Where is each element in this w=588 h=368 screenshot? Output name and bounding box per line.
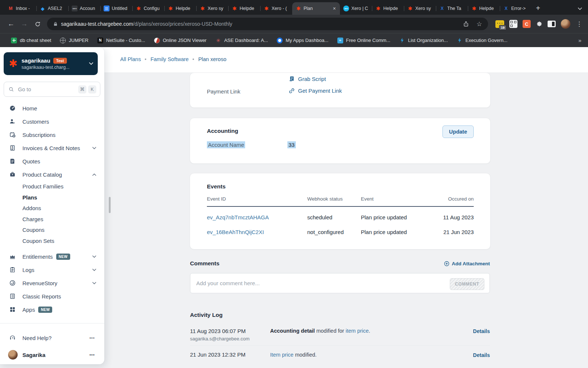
- calendar-icon: [9, 131, 16, 138]
- bookmark-list-organization[interactable]: List Organization...: [395, 36, 452, 45]
- forward-button[interactable]: [18, 18, 30, 30]
- activity-message: Accounting detail modified for item pric…: [270, 328, 370, 334]
- back-button[interactable]: [5, 18, 17, 30]
- browser-tab-error[interactable]: Error->: [500, 2, 532, 15]
- payment-link-label: Payment Link: [207, 88, 240, 95]
- item-price-link[interactable]: item price: [345, 328, 369, 334]
- chargebee-logo-icon: [9, 59, 17, 69]
- share-icon[interactable]: [461, 19, 471, 29]
- browser-tab-xero-c[interactable]: Xero | C: [340, 2, 372, 15]
- bookmarks-overflow-icon[interactable]: [578, 37, 581, 43]
- sidebar-item-revenuestory[interactable]: RevenueStory: [0, 276, 104, 290]
- chevron-down-icon: [92, 282, 96, 284]
- browser-tab-helpde[interactable]: Helpde: [164, 2, 196, 15]
- details-link[interactable]: Details: [473, 352, 490, 358]
- bookmark-netsuite-custo[interactable]: NetSuite - Custo...: [93, 36, 150, 45]
- bookmark-star-icon[interactable]: [474, 19, 484, 29]
- comment-input[interactable]: [190, 273, 490, 293]
- sidebar-item-invoices-credit-notes[interactable]: $Invoices & Credit Notes: [0, 141, 104, 155]
- chargebee-favicon-icon: [136, 6, 141, 11]
- event-id-link[interactable]: ev_Azq7nbTmcztAHAGA: [207, 214, 307, 220]
- reload-button[interactable]: [32, 18, 43, 30]
- bookmark-online-json-viewer[interactable]: Online JSON Viewer: [150, 36, 211, 45]
- grab-script-link[interactable]: Grab Script: [288, 76, 326, 82]
- item-price-link[interactable]: Item price: [270, 352, 294, 358]
- breadcrumb-family-software[interactable]: Family Software: [150, 56, 189, 62]
- sidebar-item-addons[interactable]: Addons: [0, 203, 104, 214]
- sidebar-item-quotes[interactable]: Quotes: [0, 155, 104, 168]
- browser-tab-untitled[interactable]: Untitled: [100, 2, 132, 15]
- event-id-link[interactable]: ev_16BeAhThnQijC2XI: [207, 229, 307, 235]
- org-name: sagarikaau: [21, 57, 50, 64]
- add-attachment-link[interactable]: Add Attachment: [444, 261, 490, 266]
- browser-tab-helpde[interactable]: Helpde: [468, 2, 500, 15]
- crown-icon: [9, 253, 16, 260]
- browser-tab-the-ta[interactable]: The Ta: [436, 2, 468, 15]
- go-to-search[interactable]: Go to ⌘ K: [4, 82, 100, 97]
- sidebar-item-charges[interactable]: Charges: [0, 214, 104, 225]
- tab-overflow-chevron-icon[interactable]: [578, 7, 582, 10]
- bookmark-db-cheat-sheet[interactable]: db cheat sheet: [7, 36, 55, 45]
- sidebar-item-apps[interactable]: AppsNEW: [0, 303, 104, 316]
- browser-profile-avatar[interactable]: [561, 19, 570, 29]
- event-row: ev_Azq7nbTmcztAHAGAscheduledPlan price u…: [207, 210, 474, 224]
- browser-tab-accoun[interactable]: Accoun: [68, 2, 100, 15]
- address-bar[interactable]: sagarikaau-test.chargebee.com/d/plans/xe…: [47, 18, 488, 30]
- browser-tab-helpde[interactable]: Helpde: [372, 2, 404, 15]
- user-more-icon[interactable]: [89, 353, 95, 357]
- browser-menu-icon[interactable]: [576, 20, 583, 28]
- extension-qr-icon[interactable]: [509, 20, 517, 28]
- event-name: Plan price updated: [361, 229, 433, 235]
- details-link[interactable]: Details: [473, 328, 490, 334]
- sidebar-item-subscriptions[interactable]: Subscriptions: [0, 128, 104, 141]
- bookmark-jumper[interactable]: JUMPER: [55, 36, 93, 45]
- extensions-puzzle-icon[interactable]: [536, 21, 542, 27]
- sidebar-item-customers[interactable]: Customers: [0, 115, 104, 128]
- chargebee-favicon-icon: [295, 6, 301, 11]
- extension-chargebee-icon[interactable]: [523, 20, 531, 28]
- breadcrumb-plan-xeroso[interactable]: Plan xeroso: [198, 56, 226, 62]
- tab-title: Helpde: [240, 6, 257, 11]
- sidebar-item-label: Product Families: [22, 183, 64, 190]
- browser-tab-xero-sy[interactable]: Xero sy: [196, 2, 228, 15]
- sidebar-item-classic-reports[interactable]: Classic Reports: [0, 290, 104, 303]
- gmail-favicon-icon: [8, 6, 14, 11]
- bookmark-my-apps-dashboa[interactable]: My Apps Dashboa...: [272, 36, 333, 45]
- sidebar-item-need-help[interactable]: ? Need Help?: [0, 331, 104, 345]
- browser-tab-xero-sy[interactable]: Xero sy: [404, 2, 436, 15]
- browser-tab-helpde[interactable]: Helpde: [228, 2, 260, 15]
- update-button[interactable]: Update: [442, 125, 474, 138]
- new-tab-button[interactable]: [533, 3, 544, 14]
- sidebar-scrollbar-thumb[interactable]: [109, 197, 111, 213]
- sidebar-item-plans[interactable]: Plans: [0, 192, 104, 203]
- browser-tab-inbox[interactable]: Inbox -: [4, 2, 36, 15]
- sidebar-item-label: Logs: [22, 267, 35, 273]
- sidebar-item-coupons[interactable]: Coupons: [0, 224, 104, 236]
- browser-tab-asel2[interactable]: ASEL2: [36, 2, 68, 15]
- org-switcher[interactable]: sagarikaau Test sagarikaau-test.charg...: [4, 52, 98, 75]
- help-more-icon[interactable]: [89, 336, 95, 340]
- sidebar-user[interactable]: Sagarika: [0, 348, 104, 362]
- sidebar-item-coupon-sets[interactable]: Coupon Sets: [0, 236, 104, 247]
- breadcrumb-all-plans[interactable]: All Plans: [120, 56, 141, 62]
- extension-yellow-icon[interactable]: 19: [495, 20, 504, 28]
- sidebar-item-entitlements[interactable]: EntitlementsNEW: [0, 250, 104, 263]
- bookmark-execution-govern[interactable]: Execution Govern...: [452, 36, 512, 45]
- sidebar-item-product-families[interactable]: Product Families: [0, 181, 104, 192]
- extension-badge: 19: [499, 25, 506, 30]
- browser-tab-xero[interactable]: Xero - (: [260, 2, 292, 15]
- comment-button[interactable]: COMMENT: [450, 278, 484, 290]
- bookmark-ase-dashboard-a[interactable]: ASE Dashboard: A...: [211, 36, 272, 45]
- sidebar-item-home[interactable]: Home: [0, 102, 104, 115]
- tab-close-icon[interactable]: [332, 6, 337, 11]
- bookmark-free-online-comm[interactable]: Free Online Comm...: [333, 36, 395, 45]
- sidebar-item-logs[interactable]: Logs: [0, 263, 104, 276]
- sidebar-item-product-catalog[interactable]: Product Catalog: [0, 168, 104, 181]
- xero-favicon-icon: [343, 6, 349, 11]
- breadcrumb-separator-icon: [145, 59, 146, 60]
- chargebee-favicon-icon: [232, 6, 237, 11]
- browser-tab-plan[interactable]: Plan: [292, 2, 340, 15]
- browser-tab-configu[interactable]: Configu: [132, 2, 164, 15]
- get-payment-link[interactable]: Get Payment Link: [288, 88, 342, 94]
- side-panel-icon[interactable]: [548, 21, 556, 27]
